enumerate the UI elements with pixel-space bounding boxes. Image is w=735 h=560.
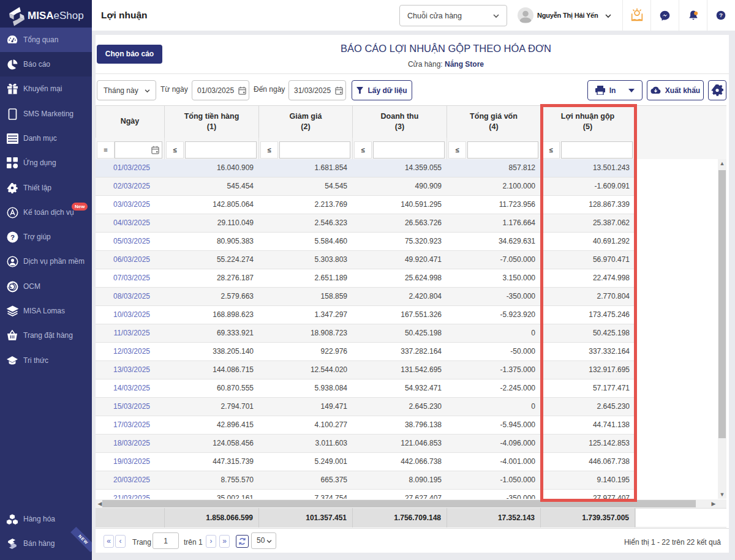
svg-text:?: ? xyxy=(10,234,14,241)
svg-text:?: ? xyxy=(719,12,723,18)
